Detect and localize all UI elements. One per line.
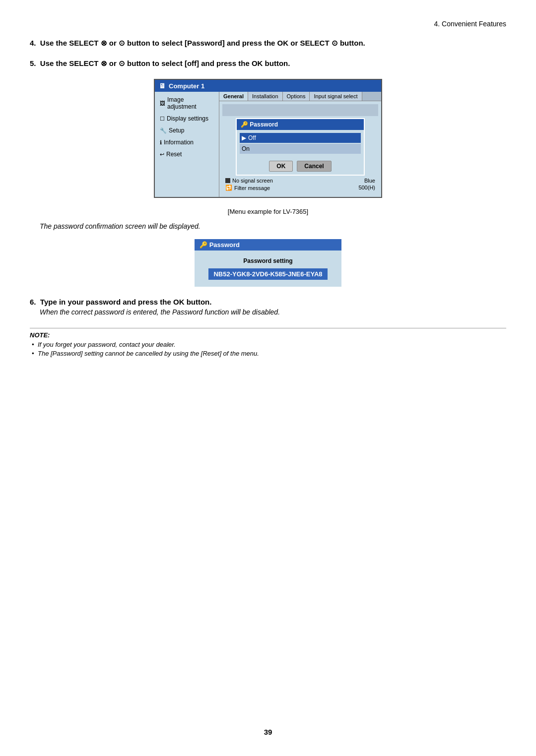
pwd-confirm-body: Password setting NB52-YGK8-2VD6-K585-JNE… [195, 251, 341, 287]
option-on-label: On [242, 145, 250, 152]
dialog-title-icon: 🔑 [241, 121, 248, 128]
ui-sidebar: 🖼 Image adjustment ☐ Display settings 🔧 … [155, 92, 219, 197]
no-signal-row: No signal screen Blue [225, 178, 375, 184]
option-off-label: Off [248, 134, 256, 141]
ui-caption: [Menu example for LV-7365] [30, 208, 506, 215]
cancel-button[interactable]: Cancel [297, 161, 331, 172]
ui-screenshot: 🖥 Computer 1 🖼 Image adjustment ☐ Displa… [154, 79, 382, 198]
dialog-title-label: Password [250, 121, 278, 128]
note-title-text: NOTE: [30, 331, 50, 339]
ui-title: Computer 1 [169, 82, 204, 90]
filter-message-label: 🔁 Filter message [225, 185, 270, 191]
dialog-buttons: OK Cancel [237, 158, 364, 175]
dialog-body: ▶ Off On [237, 130, 364, 158]
sidebar-item-information[interactable]: ℹ Information [155, 136, 219, 148]
pwd-title-text: Password [209, 241, 240, 249]
ui-tabs: General Installation Options Input signa… [219, 92, 381, 101]
note-section: NOTE: If you forget your password, conta… [30, 328, 506, 357]
filter-message-row: 🔁 Filter message 500(H) [225, 185, 375, 191]
pwd-title-icon: 🔑 [200, 241, 207, 249]
password-confirm-box: 🔑 Password Password setting NB52-YGK8-2V… [194, 238, 342, 288]
ui-body: 🖼 Image adjustment ☐ Display settings 🔧 … [155, 92, 381, 197]
tab-installation[interactable]: Installation [248, 92, 283, 101]
step4-item: 4. Use the SELECT ⊗ or ⊙ button to selec… [30, 38, 506, 49]
step6-text: 6. Type in your password and press the O… [30, 298, 211, 306]
filter-icon: 🔁 [225, 185, 232, 191]
note-item-2-text: The [Password] setting cannot be cancell… [38, 350, 259, 357]
filter-message-value: 500(H) [358, 185, 375, 191]
option-off-row[interactable]: ▶ Off [240, 133, 361, 143]
sidebar-item-image-adjustment[interactable]: 🖼 Image adjustment [155, 94, 219, 113]
dialog-title: 🔑 Password [237, 119, 364, 130]
sidebar-label-display: Display settings [167, 115, 208, 122]
caption-text: [Menu example for LV-7365] [228, 208, 308, 215]
step6-subtext: When the correct password is entered, th… [40, 308, 506, 316]
ok-button[interactable]: OK [269, 161, 293, 172]
page-number-text: 39 [264, 728, 272, 736]
sidebar-label-setup: Setup [169, 127, 184, 134]
background-content [222, 104, 378, 116]
confirm-text: The password confirmation screen will be… [40, 222, 506, 230]
step6-sub-content: When the correct password is entered, th… [40, 308, 280, 316]
chapter-title: 4. Convenient Features [434, 20, 506, 28]
page-number: 39 [0, 728, 536, 736]
sidebar-item-reset[interactable]: ↩ Reset [155, 148, 219, 160]
tab-general[interactable]: General [219, 92, 248, 101]
reset-icon: ↩ [160, 151, 164, 158]
computer-icon: 🖥 [159, 82, 166, 90]
image-adjustment-icon: 🖼 [160, 100, 165, 106]
sidebar-label-information: Information [164, 139, 194, 146]
sidebar-label-image: Image adjustment [167, 96, 214, 110]
step6-item: 6. Type in your password and press the O… [30, 298, 506, 316]
no-signal-value: Blue [364, 178, 375, 184]
pwd-confirm-title: 🔑 Password [195, 239, 341, 251]
info-icon: ℹ [160, 139, 162, 146]
tab-input-signal[interactable]: Input signal select [310, 92, 362, 101]
arrow-icon: ▶ [242, 134, 246, 141]
ui-content: 🔑 Password ▶ Off On OK C [219, 101, 381, 197]
ui-main: General Installation Options Input signa… [219, 92, 381, 197]
ui-footer: No signal screen Blue 🔁 Filter message 5… [222, 176, 378, 194]
sidebar-item-display-settings[interactable]: ☐ Display settings [155, 113, 219, 125]
note-item-1-text: If you forget your password, contact you… [38, 341, 176, 348]
step5-item: 5. Use the SELECT ⊗ or ⊙ button to selec… [30, 58, 506, 69]
ui-titlebar: 🖥 Computer 1 [155, 80, 381, 92]
display-settings-icon: ☐ [160, 116, 165, 122]
note-item-2: The [Password] setting cannot be cancell… [30, 350, 506, 357]
no-signal-text: No signal screen [232, 178, 273, 184]
no-signal-label: No signal screen [225, 178, 273, 184]
password-dialog: 🔑 Password ▶ Off On OK C [236, 118, 365, 176]
note-title: NOTE: [30, 331, 506, 339]
note-item-1: If you forget your password, contact you… [30, 341, 506, 348]
setup-icon: 🔧 [160, 127, 167, 134]
pwd-key-value: NB52-YGK8-2VD6-K585-JNE6-EYA8 [208, 268, 327, 280]
sidebar-item-setup[interactable]: 🔧 Setup [155, 125, 219, 136]
option-on-row[interactable]: On [240, 144, 361, 154]
sidebar-label-reset: Reset [166, 151, 182, 158]
filter-message-text: Filter message [234, 185, 270, 191]
confirm-text-content: The password confirmation screen will be… [40, 222, 201, 230]
tab-options[interactable]: Options [283, 92, 310, 101]
step4-text: 4. Use the SELECT ⊗ or ⊙ button to selec… [30, 39, 365, 47]
no-signal-icon [225, 178, 230, 183]
chapter-header: 4. Convenient Features [30, 20, 506, 28]
pwd-setting-label: Password setting [202, 257, 334, 264]
step5-text: 5. Use the SELECT ⊗ or ⊙ button to selec… [30, 59, 290, 67]
